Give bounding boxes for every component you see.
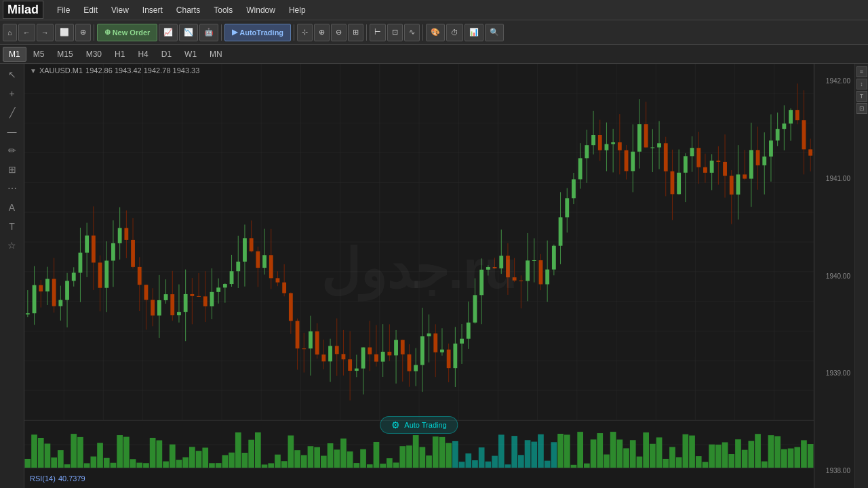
tf-mn[interactable]: MN [203,47,229,62]
autotrading-icon: ▶ [232,28,237,37]
tool-crosshair[interactable]: + [3,85,22,102]
tf-m30[interactable]: M30 [80,47,108,62]
tool-pencil[interactable]: ✏ [3,142,22,159]
rsi-value: 40.7379 [58,474,85,483]
toolbar: ⌂ ← → ⬜ ⊕ ⊕ New Order 📈 📉 🤖 ▶ AutoTradin… [0,20,868,45]
toolbar-sep-4 [366,24,367,41]
autotrading-badge-label: Auto Trading [404,421,446,429]
toolbar-robot[interactable]: 🤖 [199,24,218,41]
right-panel-btn-1[interactable]: ≡ [856,66,867,77]
right-panel-btn-2[interactable]: ↕ [856,79,867,89]
autotrading-overlay-badge: ⚙ Auto Trading [380,416,458,434]
new-order-button[interactable]: ⊕ New Order [97,24,158,41]
toolbar-crosshair[interactable]: ⊕ [75,24,91,41]
autotrading-button[interactable]: ▶ AutoTrading [224,24,291,41]
toolbar-chart-window[interactable]: ⬜ [55,24,74,41]
rsi-label: RSI(14) [30,474,56,483]
toolbar-sep-2 [221,24,222,41]
tf-h4[interactable]: H4 [132,47,154,62]
tf-w1[interactable]: W1 [178,47,203,62]
right-price-axis: 1942.00 1941.00 1940.00 1939.00 1938.00 [814,64,854,488]
symbol-name: XAUUSD.M1 [39,66,83,75]
tf-m1[interactable]: M1 [3,47,26,62]
price-1942: 1942.00 [826,77,853,85]
price-1939: 1939.00 [826,369,853,377]
menu-help[interactable]: Help [283,4,311,16]
tool-text[interactable]: A [3,199,22,216]
tool-shapes[interactable]: ☆ [3,237,22,253]
toolbar-templates[interactable]: ⏱ [446,24,463,41]
menu-edit[interactable]: Edit [78,4,103,16]
right-panel-btn-4[interactable]: ⊡ [856,103,867,114]
app-logo: Milad [3,1,43,19]
tf-h1[interactable]: H1 [108,47,131,62]
toolbar-sell[interactable]: 📉 [179,24,198,41]
toolbar-period-sep[interactable]: ⊞ [348,24,363,41]
toolbar-sep-3 [294,24,294,41]
toolbar-color[interactable]: 🎨 [426,24,445,41]
menu-file[interactable]: File [52,4,75,16]
toolbar-buy[interactable]: 📈 [159,24,178,41]
tool-gann[interactable]: ⋯ [3,180,22,197]
toolbar-sep-1 [94,24,94,41]
tool-label[interactable]: T [3,218,22,235]
tf-m15[interactable]: M15 [51,47,79,62]
rsi-bar: RSI(14) 40.7379 [24,468,814,488]
tf-d1[interactable]: D1 [155,47,178,62]
menu-tools[interactable]: Tools [208,4,238,16]
toolbar-indicators[interactable]: 📊 [465,24,484,41]
timeframe-bar: M1 M5 M15 M30 H1 H4 D1 W1 MN [0,45,868,64]
toolbar-zoom-in[interactable]: ⊕ [314,24,330,41]
tf-m5[interactable]: M5 [27,47,51,62]
tool-horizontal[interactable]: — [3,123,22,140]
chart-container[interactable]: ▼ XAUUSD.M1 1942.86 1943.42 1942.78 1943… [24,64,814,488]
menu-window[interactable]: Window [241,4,281,16]
autotrading-badge-icon: ⚙ [391,420,400,430]
tool-fib[interactable]: ⊞ [3,161,22,178]
menu-insert[interactable]: Insert [137,4,168,16]
toolbar-crosshair-mode[interactable]: ⊹ [297,24,313,41]
price-1941: 1941.00 [826,175,853,182]
ohlc-values: 1942.86 1943.42 1942.78 1943.33 [85,66,199,75]
tool-cursor[interactable]: ↖ [3,66,22,83]
candlestick-chart[interactable] [24,64,814,420]
toolbar-sep-5 [422,24,423,41]
toolbar-line-chart[interactable]: ∿ [404,24,420,41]
toolbar-bar-chart[interactable]: ⊢ [370,24,386,41]
price-1938: 1938.00 [826,467,853,474]
right-panel-btn-3[interactable]: T [856,91,867,102]
main-area: ↖ + ╱ — ✏ ⊞ ⋯ A T ☆ ▼ XAUUSD.M1 1942.86 … [0,64,868,488]
menu-charts[interactable]: Charts [171,4,205,16]
new-order-icon: ⊕ [104,28,111,37]
symbol-dropdown-icon: ▼ [30,67,37,75]
left-toolbar: ↖ + ╱ — ✏ ⊞ ⋯ A T ☆ [0,64,24,488]
toolbar-home[interactable]: ⌂ [3,24,17,41]
menu-view[interactable]: View [106,4,134,16]
toolbar-candle-chart[interactable]: ⊡ [387,24,403,41]
toolbar-back[interactable]: ← [18,24,35,41]
symbol-info: ▼ XAUUSD.M1 1942.86 1943.42 1942.78 1943… [30,66,199,75]
toolbar-search[interactable]: 🔍 [485,24,504,41]
tool-line[interactable]: ╱ [3,104,22,121]
price-1940: 1940.00 [826,272,853,280]
toolbar-forward[interactable]: → [37,24,54,41]
toolbar-zoom-out[interactable]: ⊖ [331,24,347,41]
right-panel: ≡ ↕ T ⊡ [854,64,868,488]
menu-bar: Milad File Edit View Insert Charts Tools… [0,0,868,20]
